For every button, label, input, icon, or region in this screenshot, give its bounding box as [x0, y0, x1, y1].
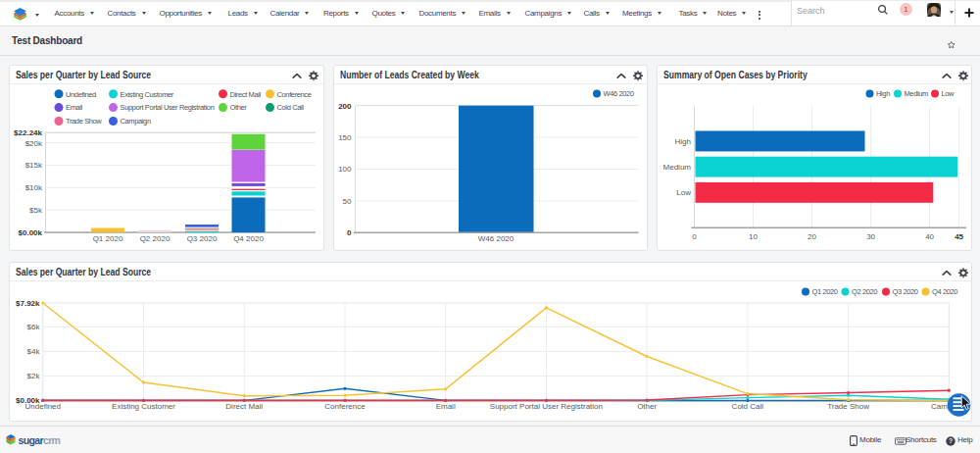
svg-text:40: 40 [925, 232, 934, 241]
svg-text:150: 150 [338, 133, 352, 142]
svg-text:Existing Customer: Existing Customer [112, 402, 175, 411]
svg-text:Trade Show: Trade Show [66, 117, 102, 126]
svg-text:$0.00k: $0.00k [19, 228, 43, 237]
svg-text:W46 2020: W46 2020 [604, 89, 634, 98]
svg-text:Other: Other [637, 402, 657, 411]
svg-text:Campaign: Campaign [121, 117, 151, 126]
svg-text:Medium: Medium [663, 163, 692, 172]
svg-text:$15k: $15k [25, 161, 43, 170]
svg-text:Undefined: Undefined [25, 402, 61, 411]
svg-text:100: 100 [338, 165, 352, 174]
svg-text:Undefined: Undefined [66, 90, 96, 99]
svg-text:Conference: Conference [277, 90, 312, 99]
svg-text:$20k: $20k [25, 139, 43, 148]
svg-text:?: ? [949, 437, 953, 444]
svg-text:Q2 2020: Q2 2020 [852, 287, 877, 296]
svg-text:Trade Show: Trade Show [827, 402, 869, 411]
svg-text:Q4 2020: Q4 2020 [233, 234, 264, 243]
svg-text:0: 0 [692, 232, 697, 241]
svg-text:Low: Low [676, 188, 691, 197]
svg-text:High: High [675, 137, 691, 146]
svg-text:45: 45 [955, 232, 963, 241]
svg-text:$4k: $4k [27, 347, 41, 356]
svg-text:Q3 2020: Q3 2020 [893, 287, 918, 296]
svg-text:Direct Mail: Direct Mail [225, 402, 263, 411]
svg-text:Medium: Medium [905, 89, 929, 98]
svg-text:Cold Call: Cold Call [732, 402, 764, 411]
svg-text:$22.24k: $22.24k [14, 128, 42, 137]
svg-text:$7.92k: $7.92k [16, 299, 40, 308]
svg-text:Q4 2020: Q4 2020 [932, 287, 957, 296]
svg-text:Direct Mail: Direct Mail [230, 90, 262, 99]
svg-text:10: 10 [749, 232, 758, 241]
svg-text:Existing Customer: Existing Customer [121, 90, 174, 99]
svg-text:Support Portal User Registrati: Support Portal User Registration [121, 103, 215, 112]
svg-text:Email: Email [436, 402, 456, 411]
svg-text:Other: Other [230, 103, 248, 112]
svg-text:0: 0 [347, 228, 352, 237]
svg-text:50: 50 [343, 197, 352, 206]
svg-text:Support Portal User Registrati: Support Portal User Registration [490, 402, 603, 411]
svg-text:Q1 2020: Q1 2020 [93, 234, 123, 243]
svg-text:30: 30 [866, 232, 875, 241]
svg-text:$5k: $5k [29, 206, 43, 215]
svg-text:Email: Email [66, 103, 83, 112]
svg-text:$2k: $2k [27, 372, 41, 380]
svg-text:High: High [876, 89, 890, 98]
svg-text:Q2 2020: Q2 2020 [140, 234, 171, 243]
svg-text:Q3 2020: Q3 2020 [187, 234, 218, 243]
svg-text:20: 20 [808, 232, 816, 241]
svg-text:Low: Low [942, 89, 956, 98]
svg-text:$10k: $10k [25, 183, 43, 192]
svg-text:Q1 2020: Q1 2020 [812, 287, 838, 296]
svg-text:200: 200 [338, 102, 352, 111]
svg-text:W46 2020: W46 2020 [478, 234, 514, 243]
svg-text:Conference: Conference [324, 402, 366, 411]
svg-text:$6k: $6k [27, 323, 41, 331]
svg-text:Cold Call: Cold Call [277, 103, 305, 112]
